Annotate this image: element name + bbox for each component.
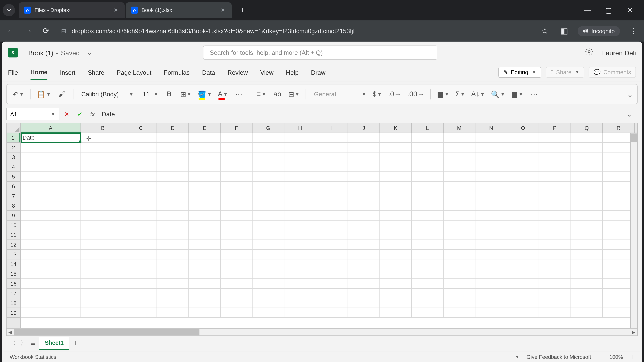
cell[interactable] — [444, 298, 476, 308]
cell[interactable] — [252, 308, 284, 318]
cell[interactable] — [571, 259, 603, 269]
cell[interactable] — [444, 240, 476, 250]
prev-sheet-button[interactable]: 〈 — [10, 339, 16, 347]
cell[interactable] — [21, 269, 81, 279]
cell[interactable] — [189, 298, 221, 308]
cell[interactable] — [571, 172, 603, 182]
cell[interactable] — [603, 133, 634, 143]
cell[interactable] — [284, 250, 316, 259]
cell[interactable] — [189, 230, 221, 240]
cell[interactable] — [252, 279, 284, 289]
cell[interactable] — [221, 279, 252, 289]
paste-button[interactable]: 📋▼ — [35, 87, 52, 101]
cell[interactable] — [603, 308, 634, 318]
cell[interactable] — [412, 250, 444, 259]
ribbon-tab-draw[interactable]: Draw — [311, 65, 325, 79]
cell[interactable] — [316, 182, 348, 191]
cell[interactable] — [316, 308, 348, 318]
fx-icon[interactable]: fx — [90, 111, 95, 117]
decrease-decimal-button[interactable]: .00→ — [406, 87, 426, 101]
column-header-r[interactable]: R — [603, 123, 634, 133]
cell[interactable] — [81, 230, 125, 240]
increase-decimal-button[interactable]: .0→ — [386, 87, 403, 101]
cell[interactable] — [21, 191, 81, 201]
tab-search-button[interactable] — [3, 4, 15, 16]
format-painter-button[interactable]: 🖌 — [55, 87, 68, 101]
cell[interactable] — [21, 308, 81, 318]
cell[interactable] — [284, 221, 316, 230]
cell[interactable] — [221, 191, 252, 201]
cell[interactable] — [412, 279, 444, 289]
cells-area[interactable]: Date ✛ — [21, 133, 637, 329]
ribbon-tab-share[interactable]: Share — [88, 65, 104, 79]
column-header-j[interactable]: J — [348, 123, 380, 133]
cell[interactable] — [539, 289, 571, 298]
cell[interactable] — [539, 133, 571, 143]
cell[interactable] — [444, 152, 476, 162]
user-name[interactable]: Lauren Deli — [602, 49, 636, 56]
cell[interactable] — [444, 259, 476, 269]
cell[interactable] — [81, 172, 125, 182]
cell[interactable] — [284, 152, 316, 162]
cell[interactable] — [189, 240, 221, 250]
cell[interactable] — [412, 172, 444, 182]
cell[interactable] — [571, 211, 603, 221]
cell[interactable] — [476, 143, 507, 152]
active-cell-a1[interactable]: Date — [21, 133, 81, 143]
cell[interactable] — [221, 269, 252, 279]
cell[interactable] — [444, 289, 476, 298]
cell[interactable] — [81, 133, 125, 143]
number-format-select[interactable]: General▼ — [310, 87, 368, 101]
cell[interactable] — [252, 240, 284, 250]
merge-button[interactable]: ⊟▼ — [286, 87, 301, 101]
cell[interactable] — [252, 221, 284, 230]
cell[interactable] — [571, 298, 603, 308]
back-button[interactable]: ← — [4, 25, 17, 37]
cell[interactable] — [507, 240, 539, 250]
cell[interactable] — [125, 182, 157, 191]
cell[interactable] — [221, 162, 252, 172]
cell[interactable] — [284, 191, 316, 201]
cell[interactable] — [316, 298, 348, 308]
formula-input[interactable] — [99, 108, 624, 120]
cell[interactable] — [412, 152, 444, 162]
cell[interactable] — [221, 230, 252, 240]
cell[interactable] — [284, 143, 316, 152]
cell[interactable] — [444, 172, 476, 182]
cell[interactable] — [252, 182, 284, 191]
cell[interactable] — [348, 298, 380, 308]
cell[interactable] — [444, 230, 476, 240]
cell[interactable] — [412, 259, 444, 269]
cell[interactable] — [603, 162, 634, 172]
cell[interactable] — [21, 221, 81, 230]
all-sheets-button[interactable]: ≡ — [31, 339, 35, 347]
cell[interactable] — [380, 289, 412, 298]
cell[interactable] — [189, 143, 221, 152]
cell[interactable] — [189, 221, 221, 230]
cell[interactable] — [571, 182, 603, 191]
cell[interactable] — [81, 143, 125, 152]
cell[interactable] — [21, 182, 81, 191]
row-header-5[interactable]: 5 — [7, 172, 20, 182]
close-tab-button[interactable]: × — [219, 7, 226, 14]
cell[interactable] — [316, 289, 348, 298]
cell[interactable] — [380, 240, 412, 250]
cell[interactable] — [603, 201, 634, 211]
cell[interactable] — [539, 152, 571, 162]
bookmark-button[interactable]: ☆ — [539, 25, 551, 37]
cell[interactable] — [476, 182, 507, 191]
cell[interactable] — [316, 201, 348, 211]
column-header-g[interactable]: G — [252, 123, 284, 133]
cell[interactable] — [412, 269, 444, 279]
cell[interactable] — [380, 279, 412, 289]
cell[interactable] — [571, 250, 603, 259]
cell[interactable] — [81, 289, 125, 298]
cell[interactable] — [221, 298, 252, 308]
side-panel-button[interactable]: ◧ — [558, 25, 571, 37]
cell[interactable] — [81, 269, 125, 279]
font-size-select[interactable]: 11▼ — [138, 87, 160, 101]
cell[interactable] — [348, 182, 380, 191]
ribbon-tab-help[interactable]: Help — [286, 65, 299, 79]
cell[interactable] — [380, 250, 412, 259]
cell[interactable] — [316, 172, 348, 182]
